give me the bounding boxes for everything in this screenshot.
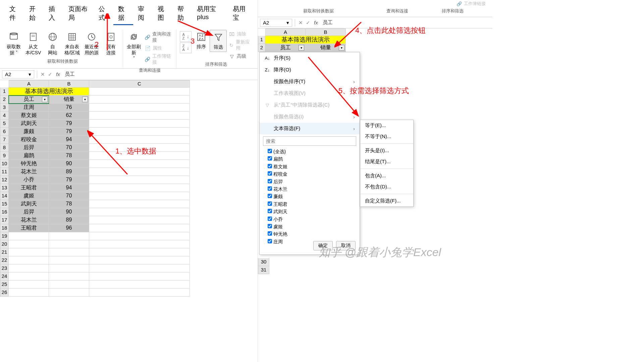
formula-bar[interactable]: 员工 bbox=[321, 19, 333, 26]
data-cell[interactable]: 90 bbox=[49, 160, 89, 168]
name-box[interactable]: A2▾ bbox=[260, 19, 292, 27]
from-web-button[interactable]: 自 网站 bbox=[43, 30, 62, 57]
data-cell[interactable]: 扁鹊 bbox=[9, 152, 49, 160]
row-header[interactable]: 26 bbox=[0, 289, 9, 297]
menu-help[interactable]: 帮助 bbox=[173, 3, 193, 25]
row-header[interactable]: 4 bbox=[0, 112, 9, 120]
row-header[interactable]: 31 bbox=[258, 266, 269, 274]
data-cell[interactable]: 90 bbox=[49, 208, 89, 216]
data-cell[interactable]: 79 bbox=[49, 120, 89, 128]
sort-button[interactable]: A ZZ A排序 bbox=[193, 30, 210, 51]
check-item[interactable]: 武则天 bbox=[268, 208, 356, 215]
cancel-fx-icon[interactable]: ✕ bbox=[297, 20, 304, 26]
data-cell[interactable]: 虞姬 bbox=[9, 192, 49, 200]
menu-formula[interactable]: 公式 bbox=[94, 3, 114, 25]
filter-search-input[interactable] bbox=[263, 136, 356, 146]
data-cell[interactable]: 钟无艳 bbox=[9, 160, 49, 168]
queries-conn-button[interactable]: 🔗查询和连接 bbox=[143, 31, 174, 44]
row-header[interactable]: 22 bbox=[0, 256, 9, 264]
col-header-b[interactable]: B bbox=[306, 28, 346, 36]
data-cell[interactable]: 花木兰 bbox=[9, 168, 49, 176]
data-cell[interactable]: 70 bbox=[49, 192, 89, 200]
row-header[interactable]: 12 bbox=[0, 176, 9, 184]
col-header-b[interactable]: B bbox=[49, 80, 89, 87]
accept-fx-icon[interactable]: ✓ bbox=[305, 20, 311, 26]
check-item[interactable]: 王昭君 bbox=[268, 200, 356, 208]
row-header[interactable]: 23 bbox=[0, 264, 9, 273]
sort-by-color-item[interactable]: 按颜色排序(T)› bbox=[260, 76, 360, 87]
cancel-button[interactable]: 取消 bbox=[336, 241, 356, 250]
check-item[interactable]: 扁鹊 bbox=[268, 155, 356, 163]
check-item[interactable]: 花木兰 bbox=[268, 185, 356, 193]
data-cell[interactable]: 庄周 bbox=[9, 104, 49, 112]
data-cell[interactable]: 程咬金 bbox=[9, 136, 49, 144]
data-cell[interactable]: 76 bbox=[49, 104, 89, 112]
data-cell[interactable]: 王昭君 bbox=[9, 184, 49, 192]
ends-with-item[interactable]: 结尾是(T)... bbox=[360, 156, 413, 167]
sort-asc-item[interactable]: A↓升序(S) bbox=[260, 52, 360, 64]
reapply-button[interactable]: ↻重新应用 bbox=[227, 39, 254, 52]
data-cell[interactable]: 后羿 bbox=[9, 144, 49, 152]
row-header[interactable]: 16 bbox=[0, 208, 9, 216]
spreadsheet-grid-right[interactable]: A B 1基本筛选用法演示 2 员工▾ 销量▾ bbox=[258, 28, 492, 52]
row-header[interactable]: 1 bbox=[258, 36, 265, 44]
sort-desc-button[interactable]: ZA↓ bbox=[180, 43, 191, 53]
data-cell[interactable]: 78 bbox=[49, 200, 89, 208]
custom-filter-item[interactable]: 自定义筛选(F)... bbox=[360, 195, 413, 206]
row-header[interactable]: 24 bbox=[0, 273, 9, 281]
check-item[interactable]: 后羿 bbox=[268, 178, 356, 185]
row-header[interactable]: 2 bbox=[0, 96, 9, 104]
header-cell-sales[interactable]: 销量▾ bbox=[49, 96, 89, 104]
data-cell[interactable]: 79 bbox=[49, 176, 89, 184]
spreadsheet-grid[interactable]: A B C 1基本筛选用法演示 2 员工▾ 销量▾ 3 庄周 76 4 蔡文姬 … bbox=[0, 80, 258, 297]
row-header[interactable]: 7 bbox=[0, 136, 9, 144]
get-data-button[interactable]: 获取数 据 ˅ bbox=[4, 30, 23, 57]
data-cell[interactable]: 94 bbox=[49, 136, 89, 144]
contains-item[interactable]: 包含(A)... bbox=[360, 170, 413, 181]
data-cell[interactable]: 62 bbox=[49, 112, 89, 120]
text-filter-item[interactable]: 文本筛选(F)› bbox=[260, 123, 360, 134]
title-cell[interactable]: 基本筛选用法演示 bbox=[9, 87, 89, 96]
filter-dropdown-icon[interactable]: ▾ bbox=[42, 97, 48, 102]
data-cell[interactable]: 89 bbox=[49, 216, 89, 224]
menu-insert[interactable]: 插入 bbox=[44, 3, 64, 25]
check-select-all[interactable]: (全选) bbox=[268, 148, 356, 155]
workbook-links-button[interactable]: 🔗工作簿链接 bbox=[143, 53, 174, 66]
recent-sources-button[interactable]: 最近使 用的源 bbox=[82, 30, 101, 57]
data-cell[interactable]: 廉颇 bbox=[9, 128, 49, 136]
row-header[interactable]: 2 bbox=[258, 44, 265, 52]
filter-dropdown-icon[interactable]: ▾ bbox=[82, 97, 88, 102]
col-header-a[interactable]: A bbox=[265, 28, 306, 36]
row-header[interactable]: 18 bbox=[0, 224, 9, 232]
fx-icon[interactable]: fx bbox=[313, 20, 321, 25]
data-cell[interactable]: 后羿 bbox=[9, 208, 49, 216]
not-contains-item[interactable]: 不包含(D)... bbox=[360, 181, 413, 192]
fx-icon[interactable]: fx bbox=[55, 71, 63, 77]
formula-bar[interactable]: 员工 bbox=[63, 71, 75, 77]
cancel-fx-icon[interactable]: ✕ bbox=[39, 71, 46, 77]
row-header[interactable]: 6 bbox=[0, 128, 9, 136]
from-table-button[interactable]: 来自表 格/区域 bbox=[62, 30, 82, 57]
check-item[interactable]: 程咬金 bbox=[268, 170, 356, 178]
data-cell[interactable]: 武则天 bbox=[9, 200, 49, 208]
data-cell[interactable]: 蔡文姬 bbox=[9, 112, 49, 120]
menu-layout[interactable]: 页面布局 bbox=[64, 3, 94, 25]
title-cell[interactable]: 基本筛选用法演示 bbox=[265, 36, 346, 44]
equals-item[interactable]: 等于(E)... bbox=[360, 120, 413, 131]
menu-data[interactable]: 数据 bbox=[113, 3, 133, 25]
col-header-a[interactable]: A bbox=[9, 80, 49, 87]
data-cell[interactable]: 79 bbox=[49, 128, 89, 136]
header-cell-employee[interactable]: 员工▾ bbox=[9, 96, 49, 104]
begins-with-item[interactable]: 开头是(I)... bbox=[360, 145, 413, 156]
row-header[interactable]: 3 bbox=[0, 104, 9, 112]
row-header[interactable]: 30 bbox=[258, 258, 269, 266]
row-header[interactable]: 15 bbox=[0, 200, 9, 208]
menu-view[interactable]: 视图 bbox=[153, 3, 173, 25]
data-cell[interactable]: 花木兰 bbox=[9, 216, 49, 224]
data-cell[interactable]: 94 bbox=[49, 184, 89, 192]
ok-button[interactable]: 确定 bbox=[313, 241, 333, 250]
row-header[interactable]: 1 bbox=[0, 87, 9, 96]
data-cell[interactable]: 小乔 bbox=[9, 176, 49, 184]
data-cell[interactable]: 70 bbox=[49, 144, 89, 152]
data-cell[interactable]: 王昭君 bbox=[9, 224, 49, 232]
